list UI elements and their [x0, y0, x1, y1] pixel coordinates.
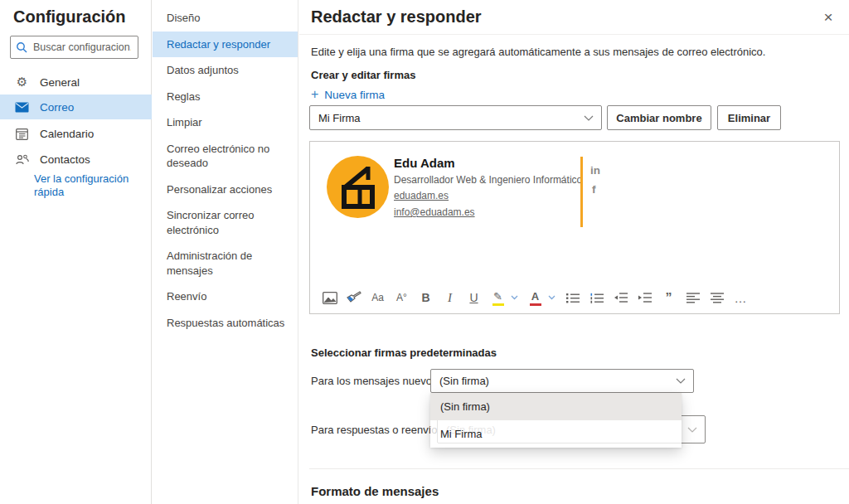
numbered-list-icon [590, 293, 604, 303]
signature-website-link[interactable]: eduadam.es [394, 190, 449, 201]
decrease-indent-icon [614, 293, 628, 303]
nav-item-datos-adjuntos[interactable]: Datos adjuntos [153, 57, 298, 84]
panel-description: Edite y elija una firma que se agregará … [311, 46, 765, 58]
align-left-button[interactable] [684, 288, 701, 308]
font-color-button[interactable]: A [526, 288, 544, 308]
rename-button[interactable]: Cambiar nombre [607, 105, 711, 130]
close-button[interactable]: × [817, 7, 839, 28]
nav-item-diseno[interactable]: Diseño [153, 5, 298, 32]
highlight-icon: ✎ [493, 290, 502, 303]
highlight-button[interactable]: ✎ [489, 288, 507, 308]
sidebar-item-general[interactable]: ⚙ General [0, 70, 152, 94]
sidebar-item-label: General [40, 76, 80, 89]
underline-button[interactable]: U [465, 288, 483, 308]
new-messages-label: Para los mensajes nuevos: [311, 375, 440, 387]
italic-button[interactable]: I [441, 288, 458, 308]
nav-item-reglas[interactable]: Reglas [153, 84, 298, 110]
underline-icon: U [469, 292, 478, 304]
align-left-icon [686, 293, 700, 303]
bullet-list-button[interactable] [564, 288, 581, 308]
align-center-icon [711, 293, 724, 303]
search-box[interactable] [10, 36, 138, 59]
signature-editor[interactable]: Edu Adam Desarrollador Web & Ingeniero I… [309, 141, 840, 314]
plus-icon: + [311, 87, 318, 102]
increase-indent-button[interactable] [636, 288, 653, 308]
dropdown-option-mi-firma[interactable]: Mi Firma [430, 420, 682, 448]
font-size-button[interactable]: A° [393, 288, 410, 308]
mail-icon [15, 102, 29, 113]
highlight-color-bar [492, 303, 504, 306]
formatting-toolbar: Aa A° B I U ✎ A [321, 288, 750, 308]
quote-button[interactable]: ” [660, 288, 677, 308]
brand-logo [327, 156, 389, 218]
bullet-list-icon [566, 293, 580, 303]
font-color-dropdown-chevron-icon[interactable] [548, 288, 557, 308]
new-signature-label: Nueva firma [324, 89, 385, 101]
section-divider [309, 468, 849, 469]
quote-icon: ” [666, 292, 672, 304]
more-options-icon: … [735, 292, 748, 304]
insert-image-button[interactable] [321, 288, 338, 308]
dropdown-option-sin-firma[interactable]: (Sin firma) [430, 393, 682, 420]
search-input[interactable] [33, 41, 131, 53]
settings-title: Configuración [13, 7, 126, 27]
font-name-icon: Aa [371, 292, 384, 304]
app-root: Configuración ⚙ General Correo Calendari… [0, 0, 849, 504]
highlight-dropdown-chevron-icon[interactable] [511, 288, 520, 308]
signature-select-value: Mi Firma [318, 112, 361, 124]
nav-item-correo-no-deseado[interactable]: Correo electrónico no deseado [153, 136, 298, 177]
sidebar-item-label: Contactos [40, 153, 90, 166]
new-messages-select[interactable]: (Sin firma) [430, 369, 694, 393]
sidebar-item-correo[interactable]: Correo [0, 94, 152, 119]
default-signatures-heading: Seleccionar firmas predeterminadas [311, 346, 497, 359]
increase-indent-icon [638, 293, 652, 303]
chevron-down-icon [687, 427, 697, 433]
font-color-bar [530, 303, 541, 306]
signature-name: Edu Adam [394, 156, 455, 170]
signature-email-link[interactable]: info@eduadam.es [394, 206, 475, 218]
facebook-icon[interactable]: f [592, 183, 596, 196]
new-signature-link[interactable]: + Nueva firma [311, 87, 385, 102]
align-center-button[interactable] [708, 288, 725, 308]
numbered-list-button[interactable] [588, 288, 605, 308]
format-painter-button[interactable] [345, 288, 362, 308]
sidebar-item-label: Correo [40, 101, 74, 114]
nav-item-limpiar[interactable]: Limpiar [153, 109, 298, 136]
nav-item-reenvio[interactable]: Reenvío [153, 284, 298, 310]
signature-role: Desarrollador Web & Ingeniero Informátic… [394, 174, 582, 186]
signature-dropdown-menu: (Sin firma) Mi Firma [430, 393, 682, 448]
message-format-heading: Formato de mensajes [311, 484, 439, 498]
sidebar-item-calendario[interactable]: Calendario [0, 121, 152, 146]
delete-button[interactable]: Eliminar [717, 105, 781, 130]
insert-image-icon [323, 292, 337, 304]
linkedin-icon[interactable]: in [590, 164, 600, 177]
replies-label: Para respuestas o reenvíos : [311, 424, 449, 436]
calendar-icon [15, 128, 29, 140]
italic-icon: I [448, 292, 452, 304]
bold-icon: B [421, 292, 429, 304]
compose-reply-panel: Redactar y responder × Edite y elija una… [299, 0, 849, 504]
font-name-button[interactable]: Aa [369, 288, 386, 308]
nav-item-respuestas-automaticas[interactable]: Respuestas automáticas [153, 310, 298, 337]
font-size-icon: A° [396, 292, 407, 304]
nav-item-administracion-mensajes[interactable]: Administración de mensajes [153, 243, 298, 284]
more-options-button[interactable]: … [732, 288, 750, 308]
nav-item-sincronizar-correo[interactable]: Sincronizar correo electrónico [153, 202, 298, 243]
gear-icon: ⚙ [15, 75, 29, 90]
create-signatures-heading: Crear y editar firmas [311, 69, 415, 81]
mail-settings-nav: Diseño Redactar y responder Datos adjunt… [153, 0, 298, 504]
search-icon [16, 41, 27, 53]
signature-select[interactable]: Mi Firma [309, 105, 602, 130]
bold-button[interactable]: B [417, 288, 434, 308]
nav-item-personalizar-acciones[interactable]: Personalizar acciones [153, 177, 298, 203]
close-icon: × [823, 8, 832, 27]
sidebar-item-label: Calendario [40, 128, 94, 140]
chevron-down-icon [584, 115, 594, 121]
nav-item-redactar-y-responder[interactable]: Redactar y responder [153, 32, 298, 58]
new-messages-select-value: (Sin firma) [439, 375, 489, 387]
settings-sidebar: Configuración ⚙ General Correo Calendari… [0, 0, 152, 504]
decrease-indent-button[interactable] [612, 288, 629, 308]
sidebar-item-contactos[interactable]: Contactos [0, 147, 152, 172]
quick-settings-link[interactable]: Ver la configuración rápida [34, 172, 132, 199]
panel-header: Redactar y responder × [299, 0, 849, 35]
